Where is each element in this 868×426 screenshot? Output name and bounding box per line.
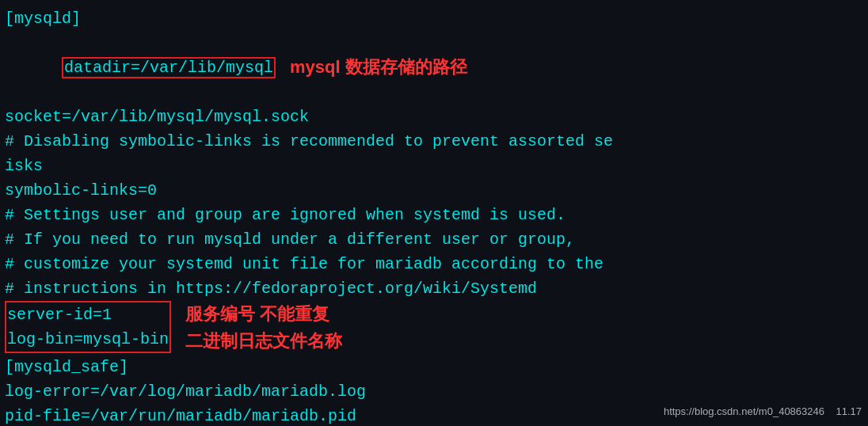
code-line-14: log-error=/var/log/mariadb/mariadb.log [5, 379, 366, 404]
line-serverid: server-id=1 [7, 302, 169, 327]
serverid-logbin-boxed: server-id=1 log-bin=mysql-bin [5, 301, 171, 353]
watermark: https://blog.csdn.net/m0_40863246 11.17 [664, 404, 862, 420]
code-line-6: symbolic-links=0 [5, 178, 157, 203]
watermark-url: https://blog.csdn.net/m0_40863246 [664, 405, 824, 417]
version-number: 11.17 [836, 405, 862, 417]
annotation-datadir: mysql 数据存储的路径 [290, 54, 467, 81]
annotation-logbin: 二进制日志文件名称 [185, 328, 342, 355]
code-line-1: [mysqld] [5, 6, 81, 31]
code-line-7: # Settings user and group are ignored wh… [5, 203, 565, 227]
annotation-serverid: 服务编号 不能重复 [185, 301, 342, 328]
code-line-13: [mysqld_safe] [5, 355, 128, 379]
line-comment-if: # If you need to run mysqld under a diff… [5, 227, 863, 252]
line-socket: socket=/var/lib/mysql/mysql.sock [5, 105, 863, 129]
line-isks: isks [5, 154, 863, 178]
code-line-12: log-bin=mysql-bin [7, 327, 169, 352]
code-line-15: pid-file=/var/run/mariadb/mariadb.pid [5, 404, 356, 426]
line-serverid-logbin: server-id=1 log-bin=mysql-bin 服务编号 不能重复 … [5, 301, 863, 355]
code-line-8: # If you need to run mysqld under a diff… [5, 227, 575, 252]
line-logerror: log-error=/var/log/mariadb/mariadb.log [5, 379, 863, 404]
code-line-2: datadir=/var/lib/mysql [5, 31, 276, 105]
line-comment-settings: # Settings user and group are ignored wh… [5, 203, 863, 227]
code-line-11: server-id=1 [7, 302, 112, 327]
annotation-block: 服务编号 不能重复 二进制日志文件名称 [185, 301, 342, 355]
code-line-9: # customize your systemd unit file for m… [5, 252, 603, 276]
code-line-4: # Disabling symbolic-links is recommende… [5, 129, 613, 154]
code-line-3: socket=/var/lib/mysql/mysql.sock [5, 105, 309, 129]
line-logbin: log-bin=mysql-bin [7, 327, 169, 352]
line-symbolic: symbolic-links=0 [5, 178, 863, 203]
line-datadir: datadir=/var/lib/mysql mysql 数据存储的路径 [5, 31, 863, 105]
datadir-boxed: datadir=/var/lib/mysql [62, 57, 276, 78]
terminal-window: [mysqld] datadir=/var/lib/mysql mysql 数据… [0, 0, 868, 426]
line-mysqld-bracket: [mysqld] [5, 6, 863, 31]
code-line-5: isks [5, 154, 43, 178]
line-mysqld-safe: [mysqld_safe] [5, 355, 863, 379]
code-line-10: # instructions in https://fedoraproject.… [5, 276, 537, 301]
line-comment-customize: # customize your systemd unit file for m… [5, 252, 863, 276]
line-comment-instructions: # instructions in https://fedoraproject.… [5, 276, 863, 301]
line-comment-disable: # Disabling symbolic-links is recommende… [5, 129, 863, 154]
